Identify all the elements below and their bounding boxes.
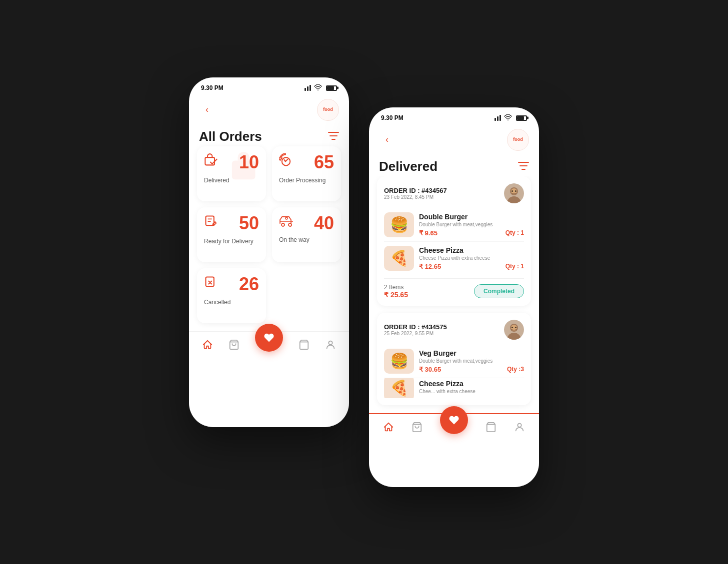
- food-price-2-1: ₹ 30.65: [419, 366, 441, 373]
- completed-button-1[interactable]: Completed: [474, 284, 524, 298]
- signal-3: [310, 85, 311, 91]
- bottom-nav-2: [369, 413, 539, 444]
- order-detail-2: ORDER ID : #434575 25 Feb 2022, 9.55 PM: [377, 313, 531, 405]
- ready-count: 50: [239, 214, 259, 232]
- card-ready[interactable]: 50 Ready for Delivery: [197, 207, 266, 262]
- svg-point-16: [515, 190, 516, 192]
- delivered-icon: [204, 153, 218, 171]
- svg-point-15: [512, 190, 513, 192]
- filter-icon-2[interactable]: [518, 161, 529, 172]
- nav-bag-2[interactable]: [486, 422, 496, 433]
- ready-label: Ready for Delivery: [204, 238, 259, 245]
- onway-count: 40: [314, 214, 334, 232]
- nav-home-2[interactable]: [383, 422, 394, 433]
- svg-rect-1: [205, 157, 214, 165]
- order-id-row-1: ORDER ID : #434567 23 Feb 2022, 8.45 PM: [384, 183, 524, 203]
- phone-delivered: 9.30 PM: [369, 107, 539, 487]
- nav-bag-1[interactable]: [298, 339, 310, 350]
- time-1: 9.30 PM: [201, 84, 224, 91]
- food-qty-2-1: Qty :3: [507, 366, 524, 373]
- delivered-count: 10: [239, 153, 259, 171]
- food-info-1-2: Cheese Pizza Cheese Pizza with extra che…: [419, 246, 524, 270]
- nav-cart-2[interactable]: [412, 422, 422, 433]
- customer-avatar-1: [504, 183, 524, 203]
- order-id-1: ORDER ID : #434567: [384, 187, 447, 194]
- card-delivered[interactable]: 10 Delivered: [197, 146, 266, 201]
- nav-home-1[interactable]: [202, 339, 213, 350]
- nav-profile-2[interactable]: [514, 422, 525, 433]
- battery-icon: [326, 85, 337, 91]
- svg-point-23: [518, 423, 522, 427]
- order-date-1: 23 Feb 2022, 8.45 PM: [384, 194, 447, 200]
- wifi-icon: [314, 84, 322, 92]
- food-thumb-2-2: 🍕: [384, 378, 414, 398]
- filter-icon-1[interactable]: [328, 131, 339, 142]
- order-list: ORDER ID : #434567 23 Feb 2022, 8.45 PM: [369, 176, 539, 413]
- items-count-1: 2 Items: [384, 284, 408, 291]
- card-processing[interactable]: 65 Order Processing: [272, 146, 341, 201]
- food-qty-1-1: Qty : 1: [506, 229, 524, 237]
- order-grid: 10 Delivered: [189, 146, 349, 331]
- order-detail-1: ORDER ID : #434567 23 Feb 2022, 8.45 PM: [377, 176, 531, 306]
- order-id-info-1: ORDER ID : #434567 23 Feb 2022, 8.45 PM: [384, 187, 447, 200]
- food-price-1-1: ₹ 9.65: [419, 229, 438, 237]
- onway-label: On the way: [279, 236, 334, 243]
- svg-point-0: [318, 89, 318, 90]
- title-row-1: All Orders: [189, 127, 349, 146]
- order-id-row-2: ORDER ID : #434575 25 Feb 2022, 9.55 PM: [384, 320, 524, 340]
- svg-point-10: [508, 119, 508, 120]
- card-cancelled[interactable]: 26 Cancelled: [197, 268, 266, 323]
- nav-cart-1[interactable]: [228, 339, 240, 350]
- signal-2: [307, 86, 308, 91]
- signal-4: [494, 118, 496, 121]
- nav-profile-1[interactable]: [325, 339, 336, 350]
- signal-1: [304, 88, 306, 91]
- food-info-2-1: Veg Burger Double Burger with meat,veggi…: [419, 349, 524, 373]
- food-name-1-1: Double Burger: [419, 213, 524, 221]
- food-desc-1-2: Cheese Pizza with extra cheese: [419, 255, 524, 261]
- food-name-1-2: Cheese Pizza: [419, 246, 524, 254]
- food-thumb-1-1: 🍔: [384, 212, 414, 237]
- cancelled-icon: [204, 275, 218, 293]
- svg-point-7: [286, 217, 288, 219]
- food-desc-2-2: Chee... with extra cheese: [419, 389, 524, 394]
- order-date-2: 25 Feb 2022, 9.55 PM: [384, 331, 447, 336]
- svg-point-21: [512, 327, 513, 328]
- food-desc-1-1: Double Burger with meat,veggies: [419, 222, 524, 227]
- ready-icon: [204, 214, 218, 232]
- signal-5: [497, 116, 498, 121]
- svg-point-22: [515, 327, 516, 328]
- svg-point-5: [282, 223, 284, 226]
- food-info-2-2: Cheese Pizza Chee... with extra cheese: [419, 380, 524, 396]
- food-info-1-1: Double Burger Double Burger with meat,ve…: [419, 213, 524, 237]
- cancelled-count: 26: [239, 275, 259, 293]
- status-bar-2: 9.30 PM: [369, 107, 539, 125]
- svg-point-6: [288, 223, 292, 226]
- food-name-2-2: Cheese Pizza: [419, 380, 524, 388]
- processing-icon: [279, 153, 293, 171]
- bottom-nav-1: [189, 331, 349, 362]
- status-icons-2: [494, 114, 527, 122]
- app-header-2: ‹ food: [369, 125, 539, 157]
- nav-fab-2[interactable]: [440, 406, 468, 434]
- food-item-1-2: 🍕 Cheese Pizza Cheese Pizza with extra c…: [384, 242, 524, 275]
- processing-count: 65: [314, 153, 334, 171]
- order-id-2: ORDER ID : #434575: [384, 323, 447, 331]
- cancelled-label: Cancelled: [204, 299, 259, 306]
- back-button-2[interactable]: ‹: [379, 132, 395, 148]
- time-2: 9.30 PM: [381, 114, 404, 121]
- total-price-1: ₹ 25.65: [384, 291, 408, 299]
- nav-fab-1[interactable]: [255, 324, 283, 352]
- logo-2: food: [507, 129, 529, 151]
- food-thumb-1-2: 🍕: [384, 246, 414, 271]
- food-item-2-1: 🍔 Veg Burger Double Burger with meat,veg…: [384, 345, 524, 378]
- card-onway[interactable]: 40 On the way: [272, 207, 341, 262]
- signal-6: [500, 115, 501, 121]
- status-icons-1: [304, 84, 337, 92]
- back-button-1[interactable]: ‹: [199, 102, 215, 118]
- order-summary-1: 2 Items ₹ 25.65: [384, 284, 408, 299]
- status-bar-1: 9.30 PM: [189, 77, 349, 95]
- food-item-1-1: 🍔 Double Burger Double Burger with meat,…: [384, 208, 524, 242]
- scene: 9.30 PM: [169, 57, 559, 507]
- processing-label: Order Processing: [279, 177, 334, 184]
